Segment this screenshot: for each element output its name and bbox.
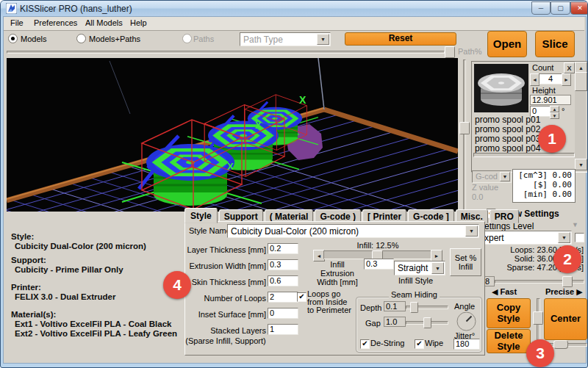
- summary-material1: Ext1 - Voltivo ExcelFil PLA - Coal Black: [15, 320, 171, 328]
- loops-direction-checkbox[interactable]: ✔: [297, 292, 306, 302]
- chevron-down-icon: ▼: [317, 34, 329, 45]
- style-name-select[interactable]: Cubicity Dual-Color (200 micron) ▼: [227, 224, 479, 238]
- title-bar[interactable]: KISSlicer PRO (hans_luther): [1, 1, 587, 16]
- copy-style-button[interactable]: Copy Style: [487, 298, 531, 328]
- count-input[interactable]: 4: [539, 73, 562, 84]
- layer-thickness-label: Layer Thickness [mm]: [187, 245, 266, 254]
- seam-depth-value: 0.1: [384, 301, 406, 311]
- summary-material2: Ext2 - Voltivo ExcelFil PLA - Leafy Gree…: [15, 329, 177, 338]
- maximize-button[interactable]: ▢: [551, 1, 570, 15]
- chevron-down-icon: ▼: [500, 172, 510, 181]
- spin-up-icon[interactable]: ▲: [550, 106, 559, 112]
- degree-label: °: [562, 107, 564, 115]
- spin-down-icon[interactable]: ▼: [550, 112, 559, 119]
- annotation-4: 4: [163, 271, 191, 299]
- model-list-item[interactable]: promo spool p03: [475, 134, 540, 144]
- menu-all-models[interactable]: All Models: [83, 17, 125, 29]
- tab-pro[interactable]: PRO: [490, 209, 519, 223]
- stat-volume: [cm^3] 0.00: [513, 170, 575, 180]
- extrusion-width-input[interactable]: 0.3: [268, 259, 298, 270]
- infill-extrusion-input[interactable]: 0.3: [364, 259, 394, 270]
- chevron-down-icon: ▼: [431, 262, 444, 274]
- infill-style-select[interactable]: Straight ▼: [394, 261, 445, 275]
- extrusion-width-label: Extrusion Width [mm]: [187, 261, 266, 270]
- seam-angle-label: Angle: [454, 302, 475, 311]
- center-hslider-handle[interactable]: [553, 340, 568, 349]
- skin-thickness-input[interactable]: 0.6: [268, 275, 298, 286]
- slider-right-icon[interactable]: ►: [431, 250, 442, 261]
- center-button[interactable]: Center: [544, 298, 587, 340]
- path-type-value: Path Type: [243, 35, 317, 45]
- minimize-icon: ─: [539, 4, 543, 12]
- model-list-item[interactable]: promo spool p01: [475, 115, 540, 125]
- height-value: 12.901: [530, 95, 571, 105]
- settings-level-select[interactable]: Expert ▼: [475, 231, 572, 245]
- collapse-icon[interactable]: ▼: [572, 221, 578, 228]
- seam-gap-label: Gap: [365, 319, 381, 328]
- tab-style[interactable]: Style: [184, 208, 218, 223]
- set-infill-button[interactable]: Set % Infill: [450, 248, 481, 276]
- scroll-down-icon[interactable]: ▼: [575, 159, 587, 170]
- model-list-item[interactable]: promo spool p04: [475, 143, 540, 154]
- reset-button[interactable]: Reset: [345, 32, 456, 46]
- radio-models[interactable]: [8, 34, 18, 43]
- menu-bar: File Preferences All Models Help: [4, 17, 584, 31]
- summary-style-value: Cubicity Dual-Color (200 micron): [15, 242, 146, 250]
- seam-gap-slider-handle[interactable]: [423, 317, 431, 328]
- seam-hiding-title: Seam Hiding: [389, 290, 440, 299]
- menu-help[interactable]: Help: [128, 17, 149, 29]
- delete-style-button[interactable]: Delete Style: [487, 329, 531, 353]
- scrollbar-thumb[interactable]: [575, 72, 587, 91]
- radio-paths-label: Paths: [193, 35, 214, 43]
- viewport-zoom-slider-handle[interactable]: [459, 122, 470, 134]
- model-close-button[interactable]: X: [564, 62, 575, 73]
- menu-preferences[interactable]: Preferences: [32, 17, 79, 29]
- radio-models-paths[interactable]: [76, 34, 86, 43]
- summary-printer-label: Printer:: [11, 283, 41, 292]
- path-pct-slider-track[interactable]: [7, 51, 445, 54]
- seam-angle-dial[interactable]: [456, 311, 476, 333]
- infill-style-value: Straight: [398, 263, 431, 273]
- summary-style-label: Style:: [11, 232, 34, 241]
- summary-materials-label: Material(s):: [11, 310, 56, 319]
- num-loops-input[interactable]: 2: [268, 292, 298, 303]
- layer-thickness-input[interactable]: 0.2: [268, 243, 298, 254]
- chevron-down-icon: ▼: [465, 226, 478, 237]
- stacked-layers-label: Stacked Layers: [187, 326, 266, 335]
- infill-label: Infill: 12.5%: [313, 241, 442, 250]
- style-name-value: Cubicity Dual-Color (200 micron): [231, 226, 465, 237]
- viewport-3d[interactable]: X X X: [7, 58, 458, 212]
- count-increment-icon[interactable]: ►: [562, 73, 571, 86]
- settings-side-checkbox[interactable]: [575, 233, 584, 242]
- seam-jitter-input[interactable]: 180: [453, 339, 480, 350]
- app-window: KISSlicer PRO (hans_luther) ─ ▢ ✕ File P…: [0, 0, 588, 368]
- viewport-zoom-slider-track[interactable]: [463, 59, 466, 212]
- loops-direction-note: Loops go from Inside to Perimeter: [307, 290, 353, 314]
- destring-checkbox[interactable]: ✔: [360, 339, 370, 349]
- svg-text:X: X: [227, 161, 234, 172]
- z-value-label: Z value: [472, 183, 498, 192]
- speed-slider-handle[interactable]: [562, 276, 573, 287]
- summary-printer-value: FELIX 3.0 - Dual Extruder: [15, 292, 115, 301]
- list-divider: [473, 153, 575, 157]
- menu-file[interactable]: File: [8, 17, 26, 29]
- radio-paths: [182, 34, 192, 43]
- open-button[interactable]: Open: [487, 31, 527, 57]
- gcode-select: G-code ▼: [472, 170, 512, 183]
- model-list-item[interactable]: promo spool p02: [475, 124, 540, 134]
- minimize-button[interactable]: ─: [531, 1, 551, 15]
- radio-models-paths-label: Models+Paths: [89, 35, 140, 43]
- style-vslider-handle[interactable]: [533, 311, 543, 325]
- rotation-spinner[interactable]: ▲ ▼: [550, 106, 559, 117]
- slice-button[interactable]: Slice: [535, 31, 575, 57]
- model-preview[interactable]: [474, 64, 528, 112]
- seam-depth-slider-handle[interactable]: [410, 302, 418, 313]
- inset-surface-input[interactable]: 0: [268, 308, 298, 319]
- path-pct-slider-handle[interactable]: [445, 46, 455, 58]
- wipe-checkbox[interactable]: ✔: [415, 339, 424, 349]
- model-preview-image: [474, 64, 528, 112]
- wipe-label: Wipe: [425, 339, 443, 347]
- close-button[interactable]: ✕: [570, 1, 588, 15]
- chevron-down-icon: ▼: [558, 232, 570, 243]
- stacked-layers-input[interactable]: 1: [268, 324, 298, 335]
